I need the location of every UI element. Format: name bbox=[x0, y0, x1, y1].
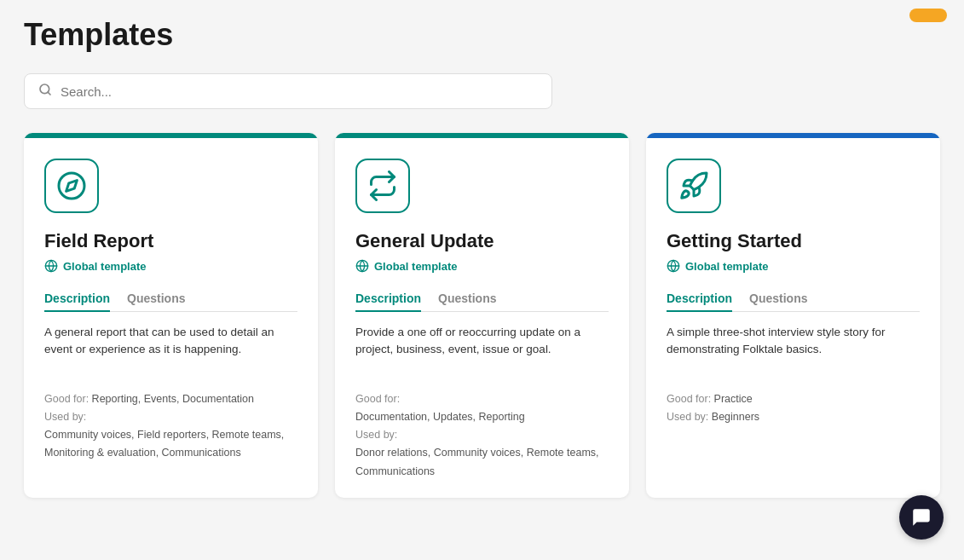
page-title: Templates bbox=[24, 17, 940, 53]
card-global-template: Global template bbox=[44, 259, 297, 273]
globe-icon bbox=[44, 259, 58, 273]
used-by: Used by:Community voices, Field reporter… bbox=[44, 408, 297, 463]
good-for: Good for: Practice bbox=[667, 390, 920, 408]
tab-questions[interactable]: Questions bbox=[749, 286, 807, 312]
arrows-icon bbox=[367, 170, 398, 201]
card-title: General Update bbox=[355, 230, 609, 252]
search-input[interactable] bbox=[61, 84, 538, 99]
chat-button[interactable] bbox=[899, 495, 944, 540]
rocket-icon bbox=[678, 170, 709, 201]
chat-icon bbox=[910, 506, 932, 528]
svg-point-2 bbox=[59, 173, 84, 199]
card-description: A general report that can be used to det… bbox=[44, 324, 297, 375]
globe-icon bbox=[667, 259, 680, 273]
tab-questions[interactable]: Questions bbox=[127, 286, 185, 312]
globe-icon bbox=[355, 259, 369, 273]
compass-icon bbox=[56, 170, 87, 201]
top-right-button[interactable] bbox=[909, 9, 947, 22]
cards-container: Field Report Global template Description… bbox=[24, 133, 940, 498]
svg-line-1 bbox=[48, 92, 50, 95]
card-description: A simple three-shot interview style stor… bbox=[667, 324, 920, 375]
good-for: Good for:Documentation, Updates, Reporti… bbox=[355, 390, 609, 427]
card-title: Field Report bbox=[44, 230, 297, 252]
card-general-update: General Update Global template Descripti… bbox=[335, 133, 629, 498]
search-bar bbox=[24, 73, 552, 109]
card-tabs: Description Questions bbox=[44, 286, 297, 312]
tab-description[interactable]: Description bbox=[667, 286, 732, 312]
card-global-template: Global template bbox=[667, 259, 920, 273]
card-meta: Good for: Reporting, Events, Documentati… bbox=[44, 390, 297, 463]
tab-description[interactable]: Description bbox=[44, 286, 110, 312]
card-global-template: Global template bbox=[355, 259, 609, 273]
card-tabs: Description Questions bbox=[667, 286, 920, 312]
tab-questions[interactable]: Questions bbox=[438, 286, 496, 312]
used-by: Used by:Donor relations, Community voice… bbox=[355, 426, 609, 481]
svg-marker-3 bbox=[66, 181, 78, 192]
used-by: Used by: Beginners bbox=[667, 408, 920, 426]
card-tabs: Description Questions bbox=[355, 286, 609, 312]
rocket-icon-wrap bbox=[667, 159, 721, 213]
compass-icon-wrap bbox=[44, 159, 99, 213]
search-icon bbox=[38, 83, 52, 100]
card-description: Provide a one off or reoccurring update … bbox=[355, 324, 609, 375]
good-for: Good for: Reporting, Events, Documentati… bbox=[44, 390, 297, 408]
tab-description[interactable]: Description bbox=[355, 286, 421, 312]
card-field-report: Field Report Global template Description… bbox=[24, 133, 318, 498]
card-meta: Good for:Documentation, Updates, Reporti… bbox=[355, 390, 609, 481]
card-getting-started: Getting Started Global template Descript… bbox=[646, 133, 940, 498]
card-meta: Good for: Practice Used by: Beginners bbox=[667, 390, 920, 427]
card-title: Getting Started bbox=[667, 230, 920, 252]
arrows-icon-wrap bbox=[355, 159, 410, 213]
